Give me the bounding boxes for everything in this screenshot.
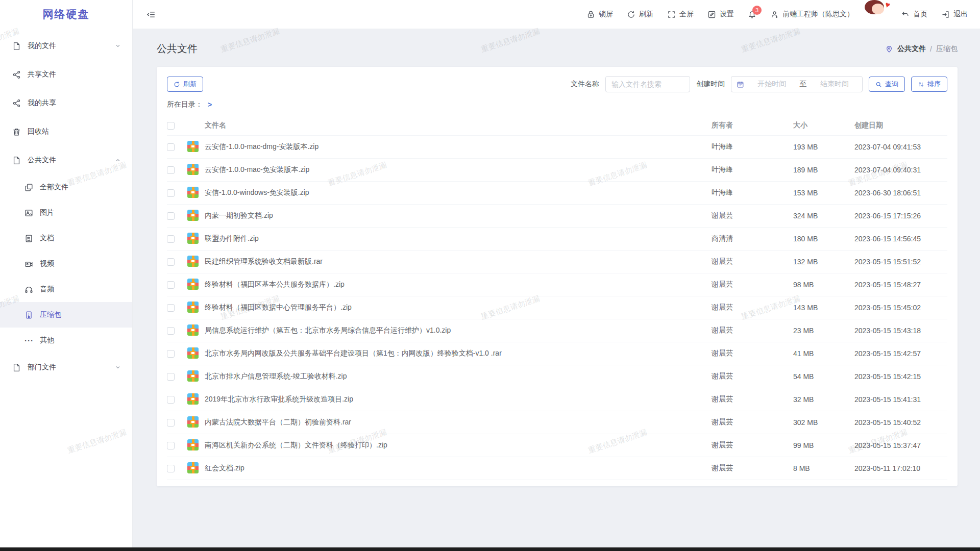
sidebar-item-other[interactable]: ··· 其他 [0, 328, 132, 353]
file-name[interactable]: 南海区机关新办公系统（二期）文件资料（终验打印）.zip [205, 441, 704, 450]
zip-file-icon [187, 393, 199, 405]
column-header-name[interactable]: 文件名 [205, 121, 704, 130]
file-name[interactable]: 云安信-1.0.0-mac-dmg-安装版本.zip [205, 142, 704, 152]
table-row[interactable]: 终验材料（福田区数据中心管理服务平台）.zip 谢晨芸 143 MB 2023-… [167, 296, 947, 319]
user-name: 前端工程师（陈思文） [782, 10, 854, 19]
file-name[interactable]: 北京市排水户信息管理系统-竣工验收材料.zip [205, 372, 704, 381]
row-checkbox[interactable] [167, 419, 175, 427]
sidebar-item-label: 其他 [40, 336, 121, 345]
logout-button[interactable]: 退出 [941, 10, 968, 19]
file-date: 2023-05-11 17:02:10 [847, 464, 947, 472]
home-button[interactable]: 首页 [901, 10, 927, 19]
sidebar-item-my-files[interactable]: 我的文件 [0, 32, 132, 60]
fullscreen-button[interactable]: 全屏 [667, 10, 694, 19]
user-menu[interactable]: 前端工程师（陈思文） [770, 10, 854, 19]
page-title: 公共文件 [157, 42, 198, 56]
column-header-date[interactable]: 创建日期 [847, 121, 947, 130]
table-row[interactable]: 安信-1.0.0-windows-免安装版.zip 叶海峰 153 MB 202… [167, 182, 947, 205]
row-checkbox[interactable] [167, 327, 175, 335]
breadcrumb-root[interactable]: 公共文件 [897, 44, 926, 54]
file-name[interactable]: 终验材料（福田区数据中心管理服务平台）.zip [205, 303, 704, 312]
file-name[interactable]: 联盟办件附件.zip [205, 234, 704, 243]
directory-root-link[interactable]: > [208, 101, 212, 109]
row-checkbox[interactable] [167, 350, 175, 358]
table-row[interactable]: 内蒙古法院大数据平台（二期）初验前资料.rar 谢晨芸 302 MB 2023-… [167, 411, 947, 434]
row-checkbox[interactable] [167, 396, 175, 404]
sort-button[interactable]: 排序 [911, 77, 947, 92]
file-date: 2023-05-15 15:41:31 [847, 395, 947, 404]
file-date: 2023-07-04 09:41:53 [847, 143, 947, 151]
sidebar-item-archives[interactable]: 压缩包 [0, 302, 132, 328]
sidebar-item-videos[interactable]: 视频 [0, 251, 132, 277]
file-icon [12, 156, 21, 165]
sidebar-item-images[interactable]: 图片 [0, 200, 132, 226]
table-row[interactable]: 联盟办件附件.zip 商清清 180 MB 2023-06-15 14:56:4… [167, 228, 947, 251]
sidebar-item-my-shares[interactable]: 我的共享 [0, 89, 132, 117]
row-checkbox[interactable] [167, 258, 175, 266]
file-name[interactable]: 内蒙一期初验文档.zip [205, 211, 704, 220]
row-checkbox[interactable] [167, 235, 175, 243]
lock-screen-button[interactable]: 锁屏 [586, 10, 613, 19]
table-row[interactable]: 云安信-1.0.0-mac-dmg-安装版本.zip 叶海峰 193 MB 20… [167, 136, 947, 159]
file-name[interactable]: 红会文档.zip [205, 464, 704, 473]
sidebar-item-department-files[interactable]: 部门文件 [0, 353, 132, 382]
row-checkbox[interactable] [167, 281, 175, 289]
file-size: 302 MB [786, 418, 847, 427]
filename-search-input[interactable] [605, 76, 690, 92]
table-row[interactable]: 2019年北京市水行政审批系统升级改造项目.zip 谢晨芸 32 MB 2023… [167, 388, 947, 411]
table-row[interactable]: 民建组织管理系统验收文档最新版.rar 谢晨芸 132 MB 2023-05-1… [167, 251, 947, 273]
sidebar-item-label: 图片 [40, 208, 121, 217]
breadcrumb: 公共文件 / 压缩包 [885, 44, 958, 54]
settings-button[interactable]: 设置 [707, 10, 734, 19]
row-checkbox[interactable] [167, 212, 175, 220]
table-row[interactable]: 内蒙一期初验文档.zip 谢晨芸 324 MB 2023-06-15 17:15… [167, 205, 947, 228]
logout-label: 退出 [953, 10, 968, 19]
table-row[interactable]: 终验材料（福田区基本公共服务数据库）.zip 谢晨芸 98 MB 2023-05… [167, 273, 947, 296]
sidebar-collapse-button[interactable] [146, 10, 156, 19]
file-name[interactable]: 2019年北京市水行政审批系统升级改造项目.zip [205, 395, 704, 404]
column-header-size[interactable]: 大小 [786, 121, 847, 130]
row-checkbox[interactable] [167, 442, 175, 449]
row-checkbox[interactable] [167, 465, 175, 472]
table-row[interactable]: 南海区机关新办公系统（二期）文件资料（终验打印）.zip 谢晨芸 99 MB 2… [167, 434, 947, 457]
row-checkbox[interactable] [167, 189, 175, 197]
sidebar-item-shared-files[interactable]: 共享文件 [0, 60, 132, 89]
notifications-button[interactable]: 3 [748, 10, 756, 19]
file-name[interactable]: 内蒙古法院大数据平台（二期）初验前资料.rar [205, 418, 704, 427]
query-button[interactable]: 查询 [869, 77, 905, 92]
chevron-up-icon [115, 157, 121, 163]
table-row[interactable]: 红会文档.zip 谢晨芸 8 MB 2023-05-11 17:02:10 [167, 457, 947, 480]
sidebar-item-public-files[interactable]: 公共文件 [0, 146, 132, 174]
zip-file-icon [187, 187, 199, 198]
main-content: 公共文件 公共文件 / 压缩包 刷新 文件名称 创建时间 开始时间 至 结束时间 [133, 29, 980, 547]
row-checkbox[interactable] [167, 143, 175, 151]
table-row[interactable]: 北京市水务局内网改版及公共服务基础平台建设项目（第1包：内网改版）终验验文档-v… [167, 342, 947, 365]
refresh-list-label: 刷新 [183, 80, 197, 89]
select-all-checkbox[interactable] [167, 122, 175, 130]
date-range-picker[interactable]: 开始时间 至 结束时间 [731, 76, 863, 92]
file-name[interactable]: 终验材料（福田区基本公共服务数据库）.zip [205, 280, 704, 289]
home-label: 首页 [913, 10, 927, 19]
refresh-list-button[interactable]: 刷新 [167, 77, 203, 92]
refresh-button[interactable]: 刷新 [627, 10, 653, 19]
table-row[interactable]: 局信息系统运行维护（第五包：北京市水务局综合信息平台运行维护）v1.0.zip … [167, 319, 947, 342]
table-body: 云安信-1.0.0-mac-dmg-安装版本.zip 叶海峰 193 MB 20… [167, 136, 947, 480]
avatar[interactable]: ♥ [868, 5, 887, 24]
column-header-owner[interactable]: 所有者 [704, 121, 786, 130]
table-row[interactable]: 北京市排水户信息管理系统-竣工验收材料.zip 谢晨芸 54 MB 2023-0… [167, 365, 947, 388]
file-size: 143 MB [786, 304, 847, 312]
sidebar-item-audio[interactable]: 音频 [0, 277, 132, 302]
table-row[interactable]: 云安信-1.0.0-mac-免安装版本.zip 叶海峰 189 MB 2023-… [167, 159, 947, 182]
sidebar-item-all-files[interactable]: 全部文件 [0, 174, 132, 200]
file-name[interactable]: 安信-1.0.0-windows-免安装版.zip [205, 188, 704, 197]
file-name[interactable]: 局信息系统运行维护（第五包：北京市水务局综合信息平台运行维护）v1.0.zip [205, 326, 704, 335]
row-checkbox[interactable] [167, 304, 175, 312]
sidebar-item-docs[interactable]: 文档 [0, 226, 132, 251]
file-name[interactable]: 民建组织管理系统验收文档最新版.rar [205, 257, 704, 266]
end-date-placeholder: 结束时间 [812, 80, 857, 89]
row-checkbox[interactable] [167, 166, 175, 174]
row-checkbox[interactable] [167, 373, 175, 381]
file-name[interactable]: 云安信-1.0.0-mac-免安装版本.zip [205, 165, 704, 174]
file-name[interactable]: 北京市水务局内网改版及公共服务基础平台建设项目（第1包：内网改版）终验验文档-v… [205, 349, 704, 358]
sidebar-item-recycle-bin[interactable]: 回收站 [0, 117, 132, 146]
